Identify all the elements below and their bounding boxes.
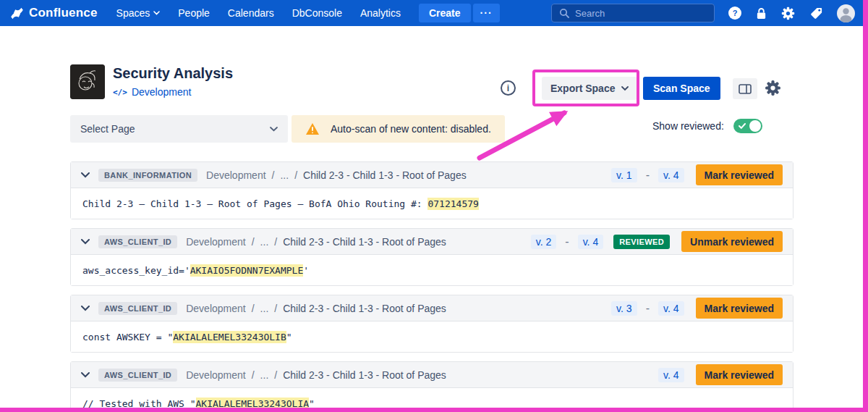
breadcrumb-page-link[interactable]: Child 2-3 - Child 1-3 - Root of Pages — [283, 369, 446, 381]
version-link-from[interactable]: v. 2 — [531, 235, 557, 249]
code-secret-highlight: AKIALALEMEL33243OLIB — [173, 331, 286, 343]
select-page-placeholder: Select Page — [80, 123, 135, 135]
scan-space-button[interactable]: Scan Space — [643, 77, 720, 100]
user-avatar[interactable] — [837, 4, 855, 22]
select-page-dropdown[interactable]: Select Page — [70, 115, 288, 143]
space-settings-button[interactable] — [764, 79, 782, 99]
nav-item-people[interactable]: People — [178, 7, 210, 19]
show-reviewed-toggle[interactable] — [733, 119, 762, 133]
confluence-logo-icon — [10, 7, 24, 20]
mark-reviewed-button[interactable]: Mark reviewed — [696, 364, 783, 385]
help-button[interactable]: ? — [728, 6, 742, 20]
finding-type-badge: AWS_CLIENT_ID — [98, 235, 177, 248]
version-link-to[interactable]: v. 4 — [578, 235, 604, 249]
finding-snippet: // Tested with AWS "AKIALALEMEL33243OLIA… — [71, 388, 793, 412]
mark-reviewed-button[interactable]: Unmark reviewed — [681, 231, 783, 252]
breadcrumb-ellipsis[interactable]: ... — [260, 236, 269, 248]
finding-type-badge: BANK_INFORMATION — [98, 169, 197, 182]
nav-item-dbconsole[interactable]: DbConsole — [292, 7, 342, 19]
admin-lock-button[interactable] — [756, 7, 767, 20]
search-input[interactable] — [575, 8, 707, 19]
breadcrumb-ellipsis[interactable]: ... — [260, 303, 269, 314]
breadcrumb-ellipsis[interactable]: ... — [260, 369, 269, 381]
finding-header: AWS_CLIENT_ID Development / ... / Child … — [71, 295, 793, 321]
show-reviewed-control: Show reviewed: — [652, 119, 762, 133]
space-type-icon: </> — [113, 88, 127, 97]
findings-list: BANK_INFORMATION Development / ... / Chi… — [70, 161, 793, 412]
version-link-from[interactable]: v. 1 — [611, 168, 637, 182]
code-line: const AWSKEY = "AKIALALEMEL33243OLIB" — [82, 331, 292, 343]
code-text: " — [309, 398, 315, 409]
chevron-down-icon[interactable] — [81, 239, 90, 245]
finding-type-badge: AWS_CLIENT_ID — [98, 369, 177, 382]
nav-item-label: Spaces — [116, 7, 150, 19]
help-icon: ? — [728, 6, 742, 20]
search-icon — [559, 8, 569, 18]
mark-reviewed-button[interactable]: Mark reviewed — [696, 298, 783, 319]
autoscan-warning-banner: Auto-scan of new content: disabled. — [292, 115, 505, 143]
confluence-home-link[interactable]: Confluence — [10, 6, 98, 20]
space-breadcrumb: </> Development — [113, 86, 191, 98]
code-text: // Tested with AWS " — [82, 398, 196, 409]
nav-item-analytics[interactable]: Analytics — [360, 7, 401, 19]
code-text: aws_access_key_id=' — [82, 265, 190, 276]
annotation-border-right — [863, 0, 868, 412]
chevron-down-icon — [153, 11, 160, 15]
breadcrumb-space-link[interactable]: Development — [186, 369, 246, 381]
breadcrumb: Development / ... / Child 2-3 - Child 1-… — [206, 169, 467, 181]
finding-card: AWS_CLIENT_ID Development / ... / Child … — [70, 295, 793, 353]
chevron-down-icon[interactable] — [81, 172, 90, 178]
breadcrumb-ellipsis[interactable]: ... — [280, 169, 289, 181]
tag-button[interactable] — [809, 7, 823, 20]
finding-header: AWS_CLIENT_ID Development / ... / Child … — [71, 229, 793, 255]
breadcrumb-page-link[interactable]: Child 2-3 - Child 1-3 - Root of Pages — [283, 236, 446, 248]
version-link-from[interactable]: v. 3 — [611, 301, 637, 316]
breadcrumb-page-link[interactable]: Child 2-3 - Child 1-3 - Root of Pages — [283, 303, 446, 314]
code-text: Child 2-3 — Child 1-3 — Root of Pages — … — [82, 198, 427, 209]
breadcrumb-separator: / — [274, 303, 277, 314]
breadcrumb-separator: / — [252, 369, 255, 381]
breadcrumb-separator: / — [252, 236, 255, 248]
version-link-to[interactable]: v. 4 — [658, 301, 684, 316]
breadcrumb-separator: / — [294, 169, 297, 181]
toggle-knob — [749, 120, 761, 132]
version-separator: - — [646, 169, 650, 182]
mark-reviewed-button[interactable]: Mark reviewed — [696, 164, 783, 185]
code-line: aws_access_key_id='AKIAIO5FODNN7EXAMPLE' — [82, 264, 309, 277]
layout-panels-button[interactable] — [733, 78, 757, 99]
version-link-from[interactable]: v. 4 — [658, 368, 684, 382]
create-button[interactable]: Create — [419, 4, 471, 22]
version-separator: - — [565, 235, 569, 248]
chevron-down-icon — [270, 127, 278, 132]
top-navigation: Confluence Spaces People Calendars DbCon… — [0, 0, 868, 26]
breadcrumb-space-link[interactable]: Development — [186, 303, 246, 314]
code-text: " — [286, 332, 292, 342]
search-box[interactable] — [551, 4, 715, 22]
space-link[interactable]: Development — [132, 86, 192, 98]
nav-item-spaces[interactable]: Spaces — [116, 7, 161, 19]
chevron-down-icon[interactable] — [81, 372, 90, 378]
finding-header: BANK_INFORMATION Development / ... / Chi… — [71, 162, 793, 188]
info-icon: i — [507, 83, 509, 93]
finding-card: AWS_CLIENT_ID Development / ... / Child … — [70, 228, 793, 286]
settings-gear-button[interactable] — [780, 6, 796, 21]
export-space-label: Export Space — [550, 83, 615, 94]
finding-snippet: const AWSKEY = "AKIALALEMEL33243OLIB" — [71, 321, 793, 352]
nav-item-calendars[interactable]: Calendars — [228, 7, 274, 19]
chevron-down-icon[interactable] — [81, 306, 90, 311]
info-button[interactable]: i — [501, 80, 516, 96]
version-separator: - — [646, 302, 650, 315]
code-secret-highlight: 071214579 — [427, 198, 478, 210]
version-link-to[interactable]: v. 4 — [658, 168, 684, 182]
export-space-button[interactable]: Export Space — [542, 77, 637, 100]
reviewed-badge: REVIEWED — [613, 235, 670, 249]
breadcrumb-page-link[interactable]: Child 2-3 - Child 1-3 - Root of Pages — [303, 169, 467, 181]
breadcrumb-space-link[interactable]: Development — [186, 236, 246, 248]
breadcrumb-separator: / — [252, 303, 255, 314]
nav-item-label: Calendars — [228, 7, 274, 19]
more-menu-button[interactable]: ··· — [473, 4, 500, 22]
finding-card: AWS_CLIENT_ID Development / ... / Child … — [70, 361, 793, 412]
brand-name: Confluence — [29, 6, 98, 20]
breadcrumb-space-link[interactable]: Development — [206, 169, 266, 181]
tag-icon — [809, 7, 823, 20]
